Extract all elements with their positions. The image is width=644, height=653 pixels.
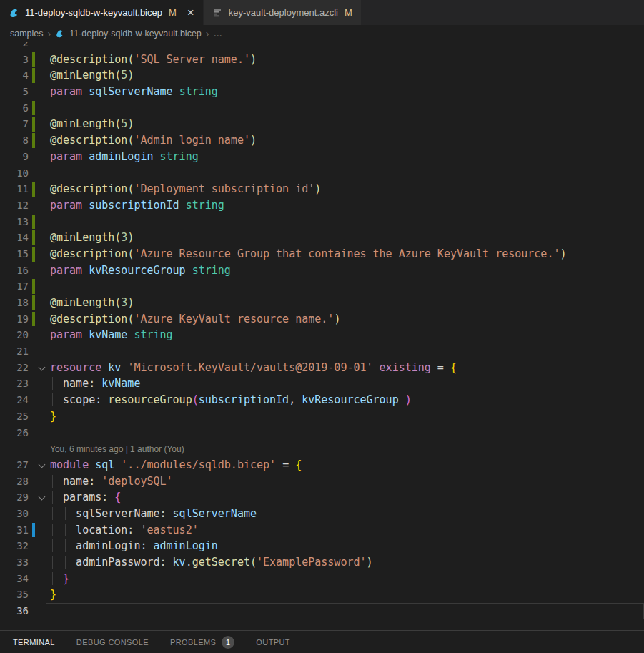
codelens-row[interactable]: You, 6 minutes ago | 1 author (You): [0, 441, 644, 457]
panel-tab-output[interactable]: OUTPUT: [256, 638, 290, 647]
gutter-added-indicator[interactable]: [32, 133, 35, 148]
gutter-added-indicator[interactable]: [32, 279, 35, 294]
chevron-right-icon: ›: [206, 28, 209, 39]
line-number: 11: [0, 181, 29, 197]
line-number: 7: [0, 116, 29, 132]
fold-chevron-down-icon[interactable]: [39, 365, 46, 372]
code-line[interactable]: 17: [0, 278, 644, 295]
line-number: 6: [0, 100, 29, 117]
code-line[interactable]: 24scope: resourceGroup(subscriptionId, k…: [0, 392, 644, 408]
gutter-added-indicator[interactable]: [32, 295, 35, 310]
blame-annotation: You, 6 minutes ago | 1 author (You): [50, 442, 184, 455]
tab-bicep-file[interactable]: 11-deploy-sqldb-w-keyvault.bicep M ×: [0, 0, 204, 25]
breadcrumb-item-file[interactable]: 11-deploy-sqldb-w-keyvault.bicep: [69, 29, 202, 39]
line-number: 19: [0, 311, 29, 328]
gutter-added-indicator[interactable]: [32, 101, 35, 116]
code-line[interactable]: 7@minLength(5): [0, 116, 644, 132]
code-text: adminLogin: adminLogin: [50, 539, 218, 552]
code-line[interactable]: 2: [0, 42, 644, 51]
fold-chevron-down-icon[interactable]: [39, 494, 46, 501]
code-line[interactable]: 4@minLength(5): [0, 67, 644, 84]
code-line[interactable]: 27module sql '../modules/sqldb.bicep' = …: [0, 457, 644, 473]
code-text: param kvName string: [50, 328, 173, 341]
gitlens-blame-text: You, 6 minutes ago | 1 author (You): [50, 441, 184, 458]
gutter-added-indicator[interactable]: [32, 52, 35, 67]
code-line[interactable]: 19@description('Azure KeyVault resource …: [0, 311, 644, 328]
code-line[interactable]: 15@description('Azure Resource Group tha…: [0, 246, 644, 262]
code-line[interactable]: 12param subscriptionId string: [0, 197, 644, 214]
code-line[interactable]: 9param adminLogin string: [0, 149, 644, 165]
line-number: 3: [0, 51, 29, 68]
code-tokens: param kvName string: [50, 327, 173, 343]
code-line[interactable]: 18@minLength(3): [0, 295, 644, 311]
code-line[interactable]: 34}: [0, 571, 644, 587]
breadcrumb-item-more[interactable]: …: [213, 29, 222, 39]
code-line[interactable]: 16param kvResourceGroup string: [0, 262, 644, 279]
code-line[interactable]: 3@description('SQL Server name.'): [0, 51, 644, 68]
code-line[interactable]: 13: [0, 214, 644, 230]
panel-tab-debug-console[interactable]: DEBUG CONSOLE: [76, 638, 149, 647]
gutter-added-indicator[interactable]: [32, 247, 35, 262]
code-text: param subscriptionId string: [50, 199, 224, 212]
panel-tab-problems[interactable]: PROBLEMS 1: [170, 636, 234, 649]
line-number: 16: [0, 262, 29, 279]
code-text: scope: resourceGroup(subscriptionId, kvR…: [50, 393, 412, 406]
code-line[interactable]: 30sqlServerName: sqlServerName: [0, 506, 644, 522]
gutter-modified-indicator[interactable]: [32, 523, 35, 538]
panel-tab-terminal[interactable]: TERMINAL: [13, 638, 55, 647]
code-line[interactable]: 29params: {: [0, 489, 644, 506]
code-line[interactable]: 36: [0, 603, 644, 619]
code-line[interactable]: 8@description('Admin login name'): [0, 132, 644, 149]
git-modified-badge: M: [345, 7, 352, 18]
gutter-added-indicator[interactable]: [32, 230, 35, 245]
code-line[interactable]: 35}: [0, 586, 644, 603]
code-tokens: @minLength(3): [50, 230, 134, 246]
code-tokens: adminPassword: kv.getSecret('ExamplePass…: [50, 554, 373, 571]
fold-chevron-down-icon[interactable]: [39, 462, 46, 469]
breadcrumb: samples › 11-deploy-sqldb-w-keyvault.bic…: [0, 25, 644, 42]
line-number: 35: [0, 586, 29, 603]
code-tokens: }: [50, 408, 56, 425]
code-text: adminPassword: kv.getSecret('ExamplePass…: [50, 556, 373, 569]
code-line[interactable]: 23name: kvName: [0, 375, 644, 392]
line-number: 13: [0, 214, 29, 230]
code-line[interactable]: 5param sqlServerName string: [0, 84, 644, 100]
code-tokens: @minLength(5): [50, 116, 134, 132]
code-line[interactable]: 31location: 'eastus2': [0, 522, 644, 539]
code-line[interactable]: 33adminPassword: kv.getSecret('ExamplePa…: [0, 554, 644, 571]
code-line[interactable]: 22resource kv 'Microsoft.KeyVault/vaults…: [0, 360, 644, 376]
list-file-icon: [212, 7, 224, 19]
code-line[interactable]: 26: [0, 425, 644, 441]
gutter-added-indicator[interactable]: [32, 182, 35, 197]
tab-label: 11-deploy-sqldb-w-keyvault.bicep: [25, 7, 162, 18]
code-line[interactable]: 32adminLogin: adminLogin: [0, 538, 644, 554]
tab-azcli-file[interactable]: key-vault-deployment.azcli M: [204, 0, 362, 25]
code-line[interactable]: 20param kvName string: [0, 327, 644, 343]
close-icon[interactable]: ×: [187, 6, 194, 19]
gutter-added-indicator[interactable]: [32, 68, 35, 83]
gutter-added-indicator[interactable]: [32, 312, 35, 327]
code-text: }: [50, 572, 69, 585]
code-tokens: params: {: [50, 489, 121, 506]
line-number: 15: [0, 246, 29, 262]
code-line[interactable]: 11@description('Deployment subscription …: [0, 181, 644, 197]
code-tokens: @description('Azure Resource Group that …: [50, 246, 566, 262]
code-text: resource kv 'Microsoft.KeyVault/vaults@2…: [50, 361, 457, 374]
code-text: @description('Azure Resource Group that …: [50, 247, 566, 260]
code-line[interactable]: 6: [0, 100, 644, 117]
code-editor[interactable]: 23@description('SQL Server name.')4@minL…: [0, 42, 644, 630]
code-line[interactable]: 14@minLength(3): [0, 230, 644, 246]
code-line[interactable]: 10: [0, 165, 644, 182]
breadcrumb-item-samples[interactable]: samples: [10, 29, 44, 39]
code-text: param adminLogin string: [50, 150, 199, 163]
code-text: name: kvName: [50, 377, 140, 390]
line-number: 32: [0, 538, 29, 554]
line-number: 5: [0, 84, 29, 100]
line-number: 17: [0, 278, 29, 295]
code-line[interactable]: 25}: [0, 408, 644, 425]
gutter-added-indicator[interactable]: [32, 117, 35, 132]
gutter-added-indicator[interactable]: [32, 215, 35, 230]
code-tokens: param subscriptionId string: [50, 197, 224, 214]
code-line[interactable]: 28name: 'deploySQL': [0, 473, 644, 490]
code-line[interactable]: 21: [0, 343, 644, 360]
